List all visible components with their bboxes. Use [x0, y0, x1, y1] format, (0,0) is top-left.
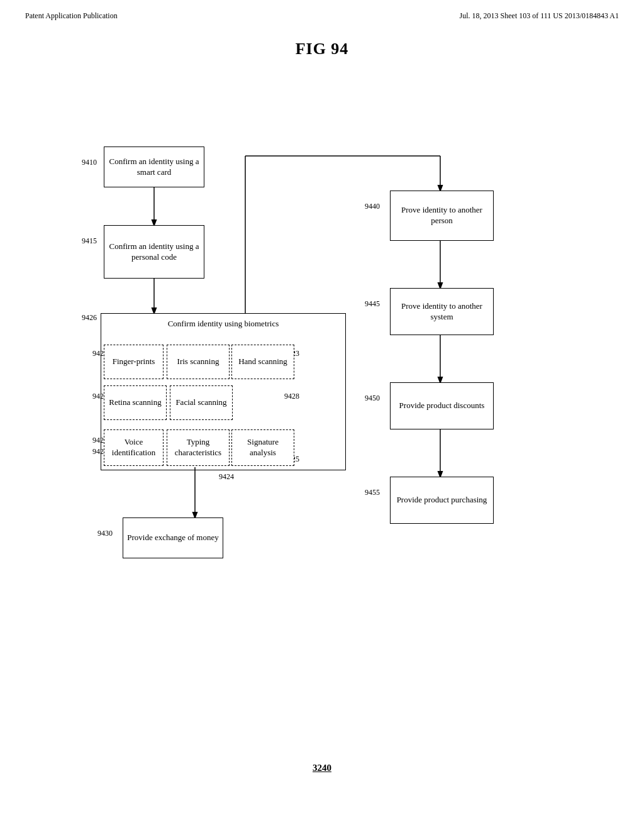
diagram-area: Confirm an identity using a smart card 9… — [0, 65, 644, 756]
node-9450: Provide product discounts — [390, 382, 494, 429]
page-header: Patent Application Publication Jul. 18, … — [0, 0, 644, 21]
node-hand: Hand scanning — [231, 345, 294, 379]
node-9410-text: Confirm an identity using a smart card — [108, 157, 200, 178]
node-iris: Iris scanning — [167, 345, 230, 379]
node-facial: Facial scanning — [170, 385, 233, 420]
node-9426-text: Confirm identity using biometrics — [101, 319, 345, 329]
label-9440: 9440 — [365, 202, 380, 211]
label-9428: 9428 — [284, 392, 299, 401]
retina-text: Retina scanning — [109, 397, 161, 408]
label-9410: 9410 — [82, 158, 97, 167]
label-9455: 9455 — [365, 488, 380, 497]
voice-text: Voice identification — [108, 437, 159, 458]
node-9450-text: Provide product discounts — [399, 401, 485, 411]
label-9445: 9445 — [365, 299, 380, 309]
hand-text: Hand scanning — [238, 357, 287, 367]
page-footer: 3240 — [0, 763, 644, 773]
node-9415: Confirm an identity using a personal cod… — [104, 225, 204, 279]
node-fingerprints: Finger-prints — [104, 345, 164, 379]
node-9440-text: Prove identity to another person — [394, 205, 489, 226]
label-9426: 9426 — [82, 313, 97, 323]
fig-title: FIG 94 — [0, 40, 644, 58]
header-left: Patent Application Publication — [25, 11, 118, 21]
node-retina: Retina scanning — [104, 385, 167, 420]
sig-text: Signature analysis — [236, 437, 290, 458]
header-right: Jul. 18, 2013 Sheet 103 of 111 US 2013/0… — [460, 11, 619, 21]
label-9415: 9415 — [82, 236, 97, 246]
node-9455: Provide product purchasing — [390, 477, 494, 524]
node-signature: Signature analysis — [231, 429, 294, 466]
fingerprints-text: Finger-prints — [113, 357, 155, 367]
node-9430-text: Provide exchange of money — [127, 533, 218, 543]
node-9445: Prove identity to another system — [390, 288, 494, 335]
label-9424: 9424 — [219, 472, 234, 482]
label-9430: 9430 — [97, 529, 113, 538]
node-typing: Typing characteristics — [167, 429, 230, 466]
facial-text: Facial scanning — [175, 397, 226, 408]
node-9410: Confirm an identity using a smart card — [104, 147, 204, 187]
node-voice: Voice identification — [104, 429, 164, 466]
node-9440: Prove identity to another person — [390, 191, 494, 241]
node-9445-text: Prove identity to another system — [394, 301, 489, 323]
footer-label: 3240 — [313, 763, 331, 773]
label-9450: 9450 — [365, 394, 380, 403]
typing-text: Typing characteristics — [171, 437, 225, 458]
node-9415-text: Confirm an identity using a personal cod… — [108, 241, 200, 263]
node-9426: Confirm identity using biometrics — [101, 313, 346, 345]
iris-text: Iris scanning — [177, 357, 219, 367]
node-9430: Provide exchange of money — [123, 517, 223, 558]
node-9455-text: Provide product purchasing — [397, 495, 487, 506]
